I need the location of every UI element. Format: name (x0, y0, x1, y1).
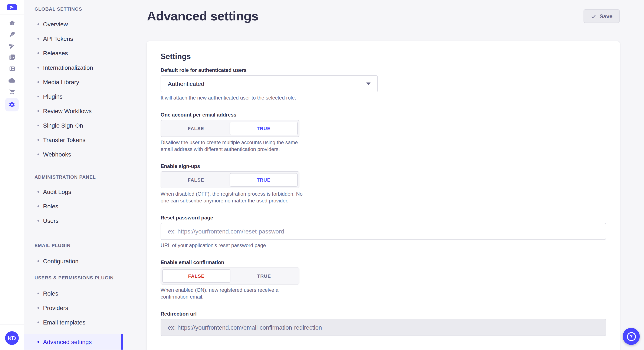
subnav-item-label: Configuration (43, 258, 78, 265)
app-viewport: KD Global settings Overview API Tokens R… (0, 0, 644, 350)
bullet-icon (38, 139, 39, 141)
bullet-icon (38, 260, 39, 262)
settings-subnav: Global settings Overview API Tokens Rele… (24, 0, 123, 350)
one-account-option-true[interactable]: TRUE (230, 122, 298, 135)
settings-gear-icon-active[interactable] (5, 98, 19, 111)
enable-signups-option-false[interactable]: FALSE (162, 173, 230, 187)
cloud-icon[interactable] (0, 74, 24, 86)
bullet-icon (38, 52, 39, 54)
field-one-account: One account per email address FALSE TRUE… (160, 111, 606, 153)
subnav-item-label: Webhooks (43, 151, 71, 158)
subnav-item-label: Overview (43, 21, 68, 28)
subnav-item-overview[interactable]: Overview (24, 17, 123, 31)
home-icon[interactable] (0, 17, 24, 28)
subnav-item-webhooks[interactable]: Webhooks (24, 147, 123, 162)
enable-signups-toggle: FALSE TRUE (160, 172, 300, 188)
icon-sidebar-footer: KD (0, 324, 24, 350)
bullet-icon (38, 220, 39, 222)
layout-icon[interactable] (0, 63, 24, 74)
reset-password-label: Reset password page (160, 214, 606, 221)
subnav-item-internationalization[interactable]: Internationalization (24, 60, 123, 75)
save-button[interactable]: Save (583, 9, 620, 23)
bullet-icon (38, 205, 39, 207)
subnav-item-label: Review Workflows (43, 108, 92, 114)
bullet-icon (38, 191, 39, 193)
strapi-logo[interactable] (7, 4, 17, 10)
reset-password-input[interactable] (160, 223, 606, 240)
subnav-item-email-configuration[interactable]: Configuration (24, 254, 123, 268)
subnav-item-label: Roles (43, 203, 58, 210)
subnav-item-single-sign-on[interactable]: Single Sign-On (24, 118, 123, 133)
default-role-select[interactable]: Authenticated (160, 75, 378, 92)
page-title: Advanced settings (147, 9, 258, 23)
feather-icon[interactable] (0, 28, 24, 40)
bullet-icon (38, 96, 39, 97)
bullet-icon (38, 322, 39, 323)
one-account-label: One account per email address (160, 111, 606, 118)
redirection-url-input (160, 319, 606, 336)
bullet-icon (38, 293, 39, 294)
bullet-icon (38, 341, 39, 343)
subnav-item-plugins[interactable]: Plugins (24, 89, 123, 104)
subnav-item-label: Single Sign-On (43, 122, 83, 129)
subnav-item-admin-roles[interactable]: Roles (24, 199, 123, 213)
enable-signups-label: Enable sign-ups (160, 163, 606, 170)
email-confirmation-label: Enable email confirmation (160, 259, 606, 266)
media-library-icon[interactable] (0, 51, 24, 63)
subnav-item-label: Transfer Tokens (43, 137, 86, 143)
email-confirmation-option-true[interactable]: TRUE (230, 269, 298, 283)
subnav-item-label: Internationalization (43, 64, 93, 71)
help-button[interactable]: ? (623, 328, 640, 345)
logo-section (0, 0, 24, 14)
user-avatar[interactable]: KD (5, 331, 19, 345)
subnav-section-users-permissions-plugin: Users & Permissions plugin (24, 274, 123, 281)
subnav-item-label: Roles (43, 290, 58, 297)
redirection-url-label: Redirection url (160, 311, 606, 317)
page-header: Advanced settings Save (147, 9, 620, 23)
one-account-hint: Disallow the user to create multiple acc… (160, 139, 303, 153)
default-role-hint: It will attach the new authenticated use… (160, 94, 606, 101)
bullet-icon (38, 23, 39, 25)
subnav-item-up-roles[interactable]: Roles (24, 286, 123, 301)
field-email-confirmation: Enable email confirmation FALSE TRUE Whe… (160, 259, 606, 300)
subnav-item-up-providers[interactable]: Providers (24, 301, 123, 315)
paper-plane-logo-icon (10, 3, 14, 11)
subnav-item-review-workflows[interactable]: Review Workflows (24, 104, 123, 118)
paper-plane-icon[interactable] (0, 40, 24, 51)
one-account-option-false[interactable]: FALSE (162, 122, 230, 135)
subnav-item-up-email-templates[interactable]: Email templates (24, 315, 123, 330)
subnav-item-label: Providers (43, 305, 68, 311)
cart-icon[interactable] (0, 86, 24, 97)
field-enable-signups: Enable sign-ups FALSE TRUE When disabled… (160, 163, 606, 204)
one-account-toggle: FALSE TRUE (160, 120, 300, 137)
chevron-down-icon (366, 82, 370, 85)
bullet-icon (38, 125, 39, 126)
subnav-item-audit-logs[interactable]: Audit Logs (24, 184, 123, 199)
subnav-item-label: Advanced settings (43, 339, 92, 345)
bullet-icon (38, 38, 39, 39)
subnav-section-email-plugin: Email plugin (24, 242, 123, 249)
email-confirmation-option-false[interactable]: FALSE (162, 269, 230, 283)
subnav-item-media-library[interactable]: Media Library (24, 75, 123, 89)
subnav-item-releases[interactable]: Releases (24, 46, 123, 60)
subnav-item-up-advanced-settings[interactable]: Advanced settings (24, 334, 123, 350)
subnav-item-label: API Tokens (43, 35, 73, 42)
subnav-item-transfer-tokens[interactable]: Transfer Tokens (24, 133, 123, 147)
default-role-label: Default role for authenticated users (160, 67, 606, 74)
subnav-item-admin-users[interactable]: Users (24, 213, 123, 228)
subnav-item-label: Email templates (43, 319, 86, 326)
subnav-section-global-settings: Global settings (24, 5, 123, 12)
bullet-icon (38, 307, 39, 309)
bullet-icon (38, 154, 39, 155)
subnav-item-label: Audit Logs (43, 188, 71, 195)
main-content: Advanced settings Save Settings Default … (123, 0, 644, 350)
subnav-item-label: Users (43, 217, 58, 224)
settings-card-heading: Settings (160, 51, 606, 62)
subnav-item-api-tokens[interactable]: API Tokens (24, 31, 123, 46)
email-confirmation-toggle: FALSE TRUE (160, 268, 300, 285)
field-redirection-url: Redirection url (160, 311, 606, 336)
enable-signups-option-true[interactable]: TRUE (230, 173, 298, 187)
field-reset-password: Reset password page URL of your applicat… (160, 214, 606, 249)
reset-password-hint: URL of your application's reset password… (160, 242, 606, 249)
email-confirmation-hint: When enabled (ON), new registered users … (160, 287, 303, 300)
